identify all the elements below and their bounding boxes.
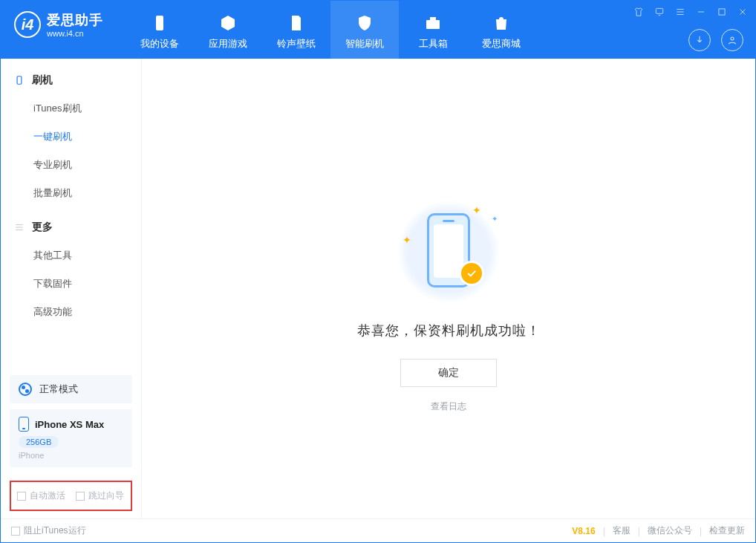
sparkle-icon: ✦ [403, 234, 411, 246]
brand-logo-icon: i4 [14, 11, 41, 38]
tab-apps-games[interactable]: 应用游戏 [194, 1, 262, 59]
phone-icon [150, 13, 169, 33]
tab-label: 工具箱 [419, 37, 448, 51]
wechat-link[interactable]: 微信公众号 [648, 524, 692, 537]
shopping-bag-icon [492, 13, 511, 33]
sparkle-icon: ✦ [492, 215, 498, 223]
checkbox-block-itunes[interactable]: 阻止iTunes运行 [11, 524, 86, 537]
view-log-link[interactable]: 查看日志 [431, 400, 466, 413]
brand: i4 爱思助手 www.i4.cn [1, 1, 117, 38]
footer: 阻止iTunes运行 V8.16 | 客服 | 微信公众号 | 检查更新 [1, 518, 755, 542]
brand-subtitle: www.i4.cn [47, 29, 103, 38]
device-info-box[interactable]: iPhone XS Max 256GB iPhone [10, 409, 132, 467]
success-illustration: ✦ ✦ ✦ [397, 200, 501, 304]
options-highlight-box: 自动激活 跳过向导 [10, 481, 132, 511]
tab-label: 铃声壁纸 [277, 37, 316, 51]
maximize-icon[interactable] [715, 5, 729, 19]
checkbox-icon [17, 492, 26, 501]
checkbox-icon [76, 492, 85, 501]
check-badge-icon [459, 261, 484, 286]
shield-refresh-icon [355, 13, 374, 33]
sidebar-item-download-firmware[interactable]: 下载固件 [1, 270, 141, 298]
mode-icon [19, 383, 32, 396]
account-button[interactable] [721, 29, 743, 51]
header-right-actions [688, 29, 743, 51]
sidebar-bottom: 正常模式 iPhone XS Max 256GB iPhone 自动激活 [1, 368, 141, 518]
sidebar-item-advanced[interactable]: 高级功能 [1, 298, 141, 326]
device-mode-label: 正常模式 [39, 383, 78, 396]
sidebar-item-pro-flash[interactable]: 专业刷机 [1, 151, 141, 179]
sidebar-group-flash: 刷机 [1, 66, 141, 94]
header: i4 爱思助手 www.i4.cn 我的设备 应用游戏 铃声壁纸 智能刷机 [1, 1, 755, 59]
tab-label: 爱思商城 [482, 37, 521, 51]
svg-point-5 [731, 37, 734, 40]
top-tabs: 我的设备 应用游戏 铃声壁纸 智能刷机 工具箱 爱思商城 [126, 1, 535, 59]
support-link[interactable]: 客服 [613, 524, 630, 537]
device-type: iPhone [19, 451, 123, 460]
device-icon [14, 75, 25, 85]
svg-rect-4 [719, 9, 725, 15]
shirt-icon[interactable] [632, 5, 645, 19]
svg-rect-1 [426, 20, 440, 29]
ok-button[interactable]: 确定 [400, 359, 497, 387]
sparkle-icon: ✦ [472, 204, 481, 216]
device-storage: 256GB [19, 436, 59, 448]
sidebar-item-batch-flash[interactable]: 批量刷机 [1, 179, 141, 207]
tab-label: 我的设备 [140, 37, 179, 51]
feedback-icon[interactable] [653, 5, 666, 19]
device-name: iPhone XS Max [35, 419, 104, 430]
sidebar: 刷机 iTunes刷机 一键刷机 专业刷机 批量刷机 更多 其他工具 下载固件 … [1, 59, 142, 518]
sidebar-group-more: 更多 [1, 213, 141, 241]
sidebar-item-other-tools[interactable]: 其他工具 [1, 241, 141, 270]
phone-icon [19, 417, 29, 432]
music-file-icon [287, 13, 306, 33]
body: 刷机 iTunes刷机 一键刷机 专业刷机 批量刷机 更多 其他工具 下载固件 … [1, 59, 755, 518]
tab-ringtones-wallpapers[interactable]: 铃声壁纸 [262, 1, 330, 59]
sidebar-item-itunes-flash[interactable]: iTunes刷机 [1, 94, 141, 123]
tab-label: 应用游戏 [209, 37, 247, 51]
app-window: i4 爱思助手 www.i4.cn 我的设备 应用游戏 铃声壁纸 智能刷机 [0, 0, 756, 543]
tab-smart-flash[interactable]: 智能刷机 [330, 1, 399, 59]
tab-toolbox[interactable]: 工具箱 [399, 1, 467, 59]
check-update-link[interactable]: 检查更新 [709, 524, 745, 537]
svg-rect-2 [430, 17, 436, 20]
toolbox-icon [423, 13, 443, 33]
download-button[interactable] [688, 29, 711, 51]
svg-rect-0 [156, 16, 163, 30]
tab-label: 智能刷机 [345, 37, 384, 51]
svg-rect-3 [656, 8, 662, 13]
list-icon [14, 222, 25, 233]
main-content: ✦ ✦ ✦ 恭喜您，保资料刷机成功啦！ 确定 查看日志 [142, 59, 755, 518]
cube-icon [218, 13, 238, 33]
checkbox-auto-activate[interactable]: 自动激活 [17, 490, 65, 502]
tab-store[interactable]: 爱思商城 [467, 1, 535, 59]
minimize-icon[interactable] [694, 5, 708, 19]
window-controls [632, 5, 749, 19]
close-icon[interactable] [736, 5, 749, 19]
success-message: 恭喜您，保资料刷机成功啦！ [357, 322, 541, 339]
checkbox-icon [11, 527, 20, 536]
tab-my-device[interactable]: 我的设备 [126, 1, 194, 59]
version-label: V8.16 [572, 526, 595, 536]
brand-title: 爱思助手 [47, 11, 103, 29]
menu-icon[interactable] [674, 5, 687, 19]
success-panel: ✦ ✦ ✦ 恭喜您，保资料刷机成功啦！ 确定 查看日志 [357, 200, 541, 413]
checkbox-skip-guide[interactable]: 跳过向导 [76, 490, 124, 502]
sidebar-item-onekey-flash[interactable]: 一键刷机 [1, 123, 141, 151]
svg-rect-6 [17, 77, 22, 85]
device-mode-box[interactable]: 正常模式 [10, 375, 132, 403]
